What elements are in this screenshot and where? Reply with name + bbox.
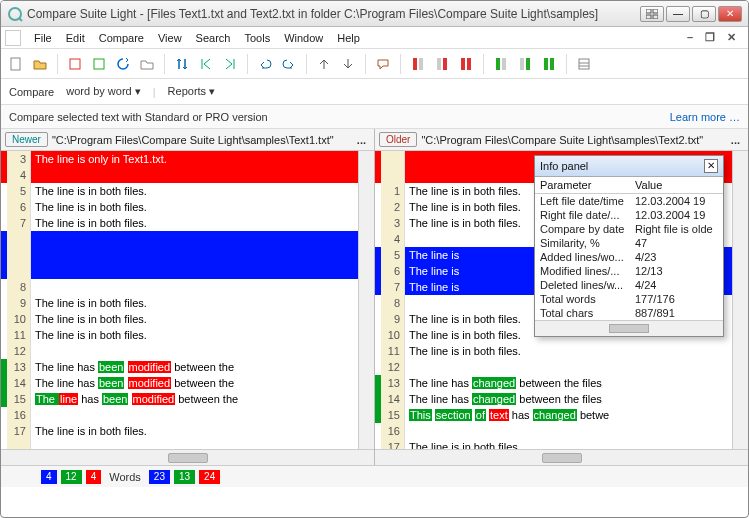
right-gutter: 1234567891011121314151617 (381, 151, 405, 449)
comment-button[interactable] (372, 53, 394, 75)
svg-rect-4 (646, 15, 651, 19)
info-row: Added lines/wo...4/23 (535, 250, 723, 264)
compare-mode-dropdown[interactable]: word by word ▾ (62, 83, 144, 100)
right-pane: Older "C:\Program Files\Compare Suite Li… (375, 129, 748, 465)
svg-rect-6 (11, 58, 20, 70)
left-pane: Newer "C:\Program Files\Compare Suite Li… (1, 129, 375, 465)
svg-rect-15 (496, 58, 500, 70)
redo-button[interactable] (278, 53, 300, 75)
info-panel-title: Info panel (540, 160, 588, 172)
svg-rect-5 (653, 15, 658, 19)
maximize-button[interactable]: ▢ (692, 6, 716, 22)
info-row: Total chars887/891 (535, 306, 723, 320)
left-browse-button[interactable]: ... (353, 134, 370, 146)
app-icon (7, 6, 23, 22)
document-icon (5, 30, 21, 46)
menu-help[interactable]: Help (330, 30, 367, 46)
svg-rect-19 (544, 58, 548, 70)
merge-left-green[interactable] (490, 53, 512, 75)
learn-more-link[interactable]: Learn more … (670, 111, 740, 123)
menu-view[interactable]: View (151, 30, 189, 46)
compare-green-button[interactable] (88, 53, 110, 75)
menu-bar: File Edit Compare View Search Tools Wind… (1, 27, 748, 49)
promo-text: Compare selected text with Standard or P… (9, 111, 268, 123)
window-title: Compare Suite Light - [Files Text1.txt a… (27, 7, 640, 21)
right-horizontal-scrollbar[interactable] (375, 449, 748, 465)
svg-rect-18 (526, 58, 530, 70)
compare-refresh-button[interactable] (112, 53, 134, 75)
right-vertical-scrollbar[interactable] (732, 151, 748, 449)
info-panel: Info panel✕ ParameterValue Left file dat… (534, 155, 724, 337)
right-pane-label: Older (379, 132, 417, 147)
menu-file[interactable]: File (27, 30, 59, 46)
right-browse-button[interactable]: ... (727, 134, 744, 146)
open-button[interactable] (29, 53, 51, 75)
info-row: Left file date/time12.03.2004 19 (535, 194, 723, 208)
status-deleted-words: 24 (199, 470, 220, 484)
svg-rect-3 (653, 9, 658, 13)
folder-compare-button[interactable] (136, 53, 158, 75)
merge-right-green[interactable] (514, 53, 536, 75)
left-gutter: 34567891011121314151617 (7, 151, 31, 449)
svg-line-1 (19, 18, 22, 21)
left-pane-label: Newer (5, 132, 48, 147)
nav-first-button[interactable] (195, 53, 217, 75)
left-file-path: "C:\Program Files\Compare Suite Light\sa… (52, 134, 353, 146)
status-added-words: 23 (149, 470, 170, 484)
left-vertical-scrollbar[interactable] (358, 151, 374, 449)
reports-dropdown[interactable]: Reports ▾ (164, 83, 220, 100)
next-diff-button[interactable] (337, 53, 359, 75)
minimize-button[interactable]: — (666, 6, 690, 22)
promo-bar: Compare selected text with Standard or P… (1, 105, 748, 129)
left-horizontal-scrollbar[interactable] (1, 449, 374, 465)
menu-compare[interactable]: Compare (92, 30, 151, 46)
sync-scroll-button[interactable] (171, 53, 193, 75)
svg-rect-16 (502, 58, 506, 70)
mdi-minimize[interactable]: – (683, 31, 697, 44)
info-row: Compare by dateRight file is olde (535, 222, 723, 236)
status-deleted-lines: 4 (86, 470, 102, 484)
menu-edit[interactable]: Edit (59, 30, 92, 46)
layout-grid-button[interactable] (640, 6, 664, 22)
new-button[interactable] (5, 53, 27, 75)
status-bar: 4 12 4 Words 23 13 24 (1, 465, 748, 487)
mdi-restore[interactable]: ❐ (701, 31, 719, 44)
compare-red-button[interactable] (64, 53, 86, 75)
svg-rect-21 (579, 59, 589, 69)
merge-both-red[interactable] (455, 53, 477, 75)
status-words-label: Words (105, 471, 145, 483)
svg-rect-2 (646, 9, 651, 13)
svg-rect-12 (443, 58, 447, 70)
svg-rect-8 (94, 59, 104, 69)
svg-rect-17 (520, 58, 524, 70)
info-panel-close[interactable]: ✕ (704, 159, 718, 173)
info-row: Modified lines/...12/13 (535, 264, 723, 278)
info-panel-scrollbar[interactable] (535, 320, 723, 336)
compare-bar: Compare word by word ▾ | Reports ▾ (1, 79, 748, 105)
svg-rect-13 (461, 58, 465, 70)
right-file-path: "C:\Program Files\Compare Suite Light\sa… (421, 134, 726, 146)
title-bar: Compare Suite Light - [Files Text1.txt a… (1, 1, 748, 27)
mdi-close[interactable]: ✕ (723, 31, 740, 44)
merge-right-red[interactable] (431, 53, 453, 75)
nav-last-button[interactable] (219, 53, 241, 75)
status-modified-lines: 12 (61, 470, 82, 484)
menu-window[interactable]: Window (277, 30, 330, 46)
merge-both-green[interactable] (538, 53, 560, 75)
undo-button[interactable] (254, 53, 276, 75)
merge-left-red[interactable] (407, 53, 429, 75)
status-modified-words: 13 (174, 470, 195, 484)
info-row: Total words177/176 (535, 292, 723, 306)
menu-search[interactable]: Search (189, 30, 238, 46)
info-row: Right file date/...12.03.2004 19 (535, 208, 723, 222)
svg-rect-9 (413, 58, 417, 70)
left-editor[interactable]: The line is only in Text1.txt.The line i… (31, 151, 358, 449)
prev-diff-button[interactable] (313, 53, 335, 75)
menu-tools[interactable]: Tools (237, 30, 277, 46)
close-button[interactable]: ✕ (718, 6, 742, 22)
svg-rect-10 (419, 58, 423, 70)
info-row: Deleted lines/w...4/24 (535, 278, 723, 292)
compare-action[interactable]: Compare (9, 86, 54, 98)
settings-button[interactable] (573, 53, 595, 75)
svg-rect-20 (550, 58, 554, 70)
